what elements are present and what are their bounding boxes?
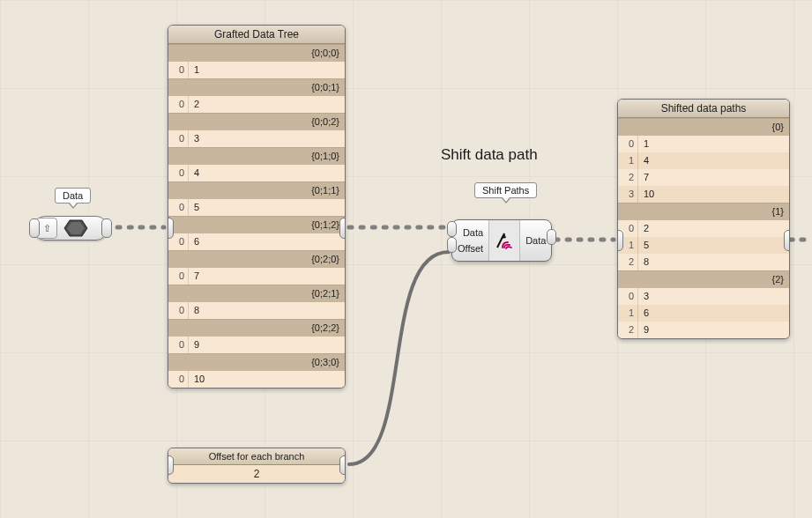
port-in-offset[interactable] [447,237,457,253]
row-index: 0 [618,288,638,305]
path-header: {0;0;2} [168,113,345,130]
slider-title: Offset for each branch [168,448,345,465]
data-row: 010 [168,371,345,388]
row-value: 7 [638,169,649,186]
row-index: 0 [168,371,189,388]
path-header: {0;2;2} [168,319,345,337]
panel-rows: {0}011427310{1}021528{2}031629 [618,118,789,338]
grip-in[interactable] [168,455,174,475]
data-row: 01 [618,136,789,152]
panel-title: Grafted Data Tree [168,26,345,44]
data-row: 07 [168,268,345,285]
panel-rows: {0;0;0}01{0;0;1}02{0;0;2}03{0;1;0}04{0;1… [168,44,345,388]
row-value: 10 [638,186,654,203]
shift-paths-icon [488,220,520,261]
data-row: 02 [168,96,345,113]
data-row: 08 [168,302,345,319]
row-value: 9 [189,337,199,353]
data-row: 29 [618,322,789,338]
row-index: 1 [618,152,638,169]
path-header: {1} [618,203,789,220]
row-value: 6 [189,233,199,250]
row-index: 2 [618,254,638,270]
row-value: 5 [638,237,649,254]
grip-out[interactable] [339,455,346,475]
row-value: 8 [189,302,199,319]
grip-out[interactable] [339,218,346,239]
row-value: 2 [189,96,199,113]
port-in-data[interactable] [447,221,457,237]
shifted-data-paths-panel[interactable]: Shifted data paths {0}011427310{1}021528… [617,99,790,339]
data-row: 15 [618,237,789,254]
data-row: 16 [618,305,789,322]
section-title: Shift data path [441,146,538,164]
offset-slider[interactable]: Offset for each branch 2 [168,448,346,484]
path-header: {0;0;0} [168,44,345,62]
row-value: 3 [638,288,649,305]
data-row: 01 [168,62,345,78]
path-header: {0;0;1} [168,78,345,96]
grip-out[interactable] [101,218,112,238]
row-index: 2 [618,322,638,338]
row-index: 0 [168,165,189,181]
row-index: 3 [618,186,638,203]
row-index: 1 [618,305,638,322]
path-header: {0;1;0} [168,147,345,165]
grafted-data-tree-panel[interactable]: Grafted Data Tree {0;0;0}01{0;0;1}02{0;0… [168,25,346,388]
row-value: 4 [638,152,649,169]
row-index: 0 [168,62,189,78]
data-row: 04 [168,165,345,181]
row-value: 1 [189,62,199,78]
row-value: 10 [189,371,205,388]
data-param[interactable]: ⇧ [34,216,108,240]
data-row: 28 [618,254,789,270]
row-value: 5 [189,199,199,216]
data-tooltip: Data [55,188,91,209]
row-value: 9 [638,322,649,338]
row-value: 2 [638,220,649,237]
grip-in[interactable] [617,230,623,251]
shift-paths-tooltip-label: Shift Paths [474,182,537,198]
data-row: 03 [618,288,789,305]
data-row: 03 [168,130,345,147]
port-out-data[interactable] [547,229,556,245]
path-header: {0;1;2} [168,216,345,233]
row-index: 0 [618,136,638,152]
row-index: 0 [168,337,189,353]
hexagon-icon [61,218,91,238]
row-value: 7 [189,268,199,285]
row-value: 6 [638,305,649,322]
input-data-label: Data [452,225,488,240]
data-row: 09 [168,337,345,353]
panel-title: Shifted data paths [618,100,789,118]
path-header: {0;2;1} [168,285,345,302]
data-row: 06 [168,233,345,250]
path-header: {0;2;0} [168,250,345,268]
row-index: 0 [168,302,189,319]
path-header: {0;1;1} [168,181,345,199]
row-index: 0 [168,130,189,147]
canvas[interactable]: Data ⇧ Grafted Data Tree {0;0;0}01{0;0;1… [0,0,812,518]
row-value: 4 [189,165,199,181]
data-row: 05 [168,199,345,216]
grip-in[interactable] [29,218,40,238]
slider-value: 2 [168,465,345,483]
input-offset-label: Offset [452,240,488,256]
row-index: 0 [168,96,189,113]
data-tooltip-label: Data [55,188,91,204]
grip-in[interactable] [168,218,174,239]
row-value: 1 [638,136,649,152]
data-row: 27 [618,169,789,186]
row-index: 0 [168,199,189,216]
path-header: {2} [618,270,789,288]
row-value: 8 [638,254,649,270]
path-header: {0} [618,118,789,136]
data-row: 02 [618,220,789,237]
grip-out[interactable] [784,230,790,251]
row-value: 3 [189,130,199,147]
row-index: 2 [618,169,638,186]
shift-paths-component[interactable]: Data Offset Data [451,219,552,262]
data-row: 310 [618,186,789,203]
row-index: 0 [168,268,189,285]
path-header: {0;3;0} [168,353,345,371]
